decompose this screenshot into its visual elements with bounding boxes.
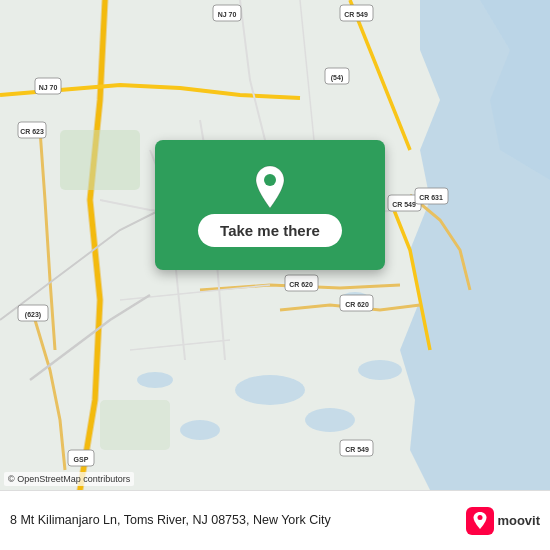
bottom-info-bar: 8 Mt Kilimanjaro Ln, Toms River, NJ 0875… <box>0 490 550 550</box>
map-attribution: © OpenStreetMap contributors <box>4 472 134 486</box>
svg-text:CR 631: CR 631 <box>419 194 443 201</box>
svg-point-34 <box>264 174 276 186</box>
svg-point-4 <box>137 372 173 388</box>
svg-rect-9 <box>100 400 170 450</box>
location-pin-icon <box>249 164 291 206</box>
svg-text:CR 620: CR 620 <box>289 281 313 288</box>
svg-text:GSP: GSP <box>74 456 89 463</box>
svg-text:NJ 70: NJ 70 <box>218 11 237 18</box>
svg-text:CR 620: CR 620 <box>345 301 369 308</box>
svg-point-3 <box>180 420 220 440</box>
svg-point-2 <box>305 408 355 432</box>
address-label: 8 Mt Kilimanjaro Ln, Toms River, NJ 0875… <box>10 512 460 528</box>
svg-text:(54): (54) <box>331 74 343 82</box>
take-me-there-button[interactable]: Take me there <box>198 214 342 247</box>
svg-text:CR 549: CR 549 <box>344 11 368 18</box>
svg-point-5 <box>358 360 402 380</box>
moovit-logo: moovit <box>466 507 540 535</box>
location-card: Take me there <box>155 140 385 270</box>
map-view: NJ 70 GSP CR 623 (623) CR 549 CR 549 CR … <box>0 0 550 490</box>
moovit-text: moovit <box>497 513 540 528</box>
svg-text:(623): (623) <box>25 311 41 319</box>
svg-rect-7 <box>60 130 140 190</box>
svg-text:CR 549: CR 549 <box>392 201 416 208</box>
svg-point-36 <box>478 515 483 520</box>
svg-text:CR 549: CR 549 <box>345 446 369 453</box>
svg-text:NJ 70: NJ 70 <box>39 84 58 91</box>
svg-text:CR 623: CR 623 <box>20 128 44 135</box>
svg-point-1 <box>235 375 305 405</box>
moovit-icon <box>466 507 494 535</box>
